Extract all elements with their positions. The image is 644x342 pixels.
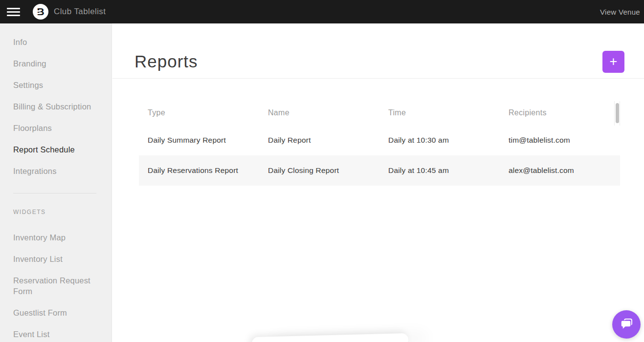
- sidebar-item-inventory-list[interactable]: Inventory List: [0, 248, 111, 270]
- table-scrollbar[interactable]: [614, 101, 620, 126]
- sidebar-item-floorplans[interactable]: Floorplans: [0, 117, 111, 139]
- menu-icon[interactable]: [7, 8, 20, 16]
- cell-time: Daily at 10:30 am: [379, 136, 500, 145]
- table-row[interactable]: Daily Summary Report Daily Report Daily …: [139, 125, 620, 155]
- sidebar-item-billing-subscription[interactable]: Billing & Subscription: [0, 96, 111, 117]
- view-venue-link[interactable]: View Venue: [600, 8, 640, 16]
- column-header-recipients: Recipients: [500, 108, 620, 117]
- sidebar-item-reservation-request-form[interactable]: Reservation Request Form: [0, 270, 111, 302]
- venue-title: Club Tablelist: [54, 7, 106, 17]
- chat-bubbles-icon: [619, 318, 634, 331]
- tablelist-logo-icon: B: [33, 4, 48, 20]
- sidebar-item-integrations[interactable]: Integrations: [0, 160, 111, 182]
- widgets-section-label: WIDGETS: [13, 209, 111, 215]
- cell-name: Daily Report: [259, 136, 379, 145]
- sidebar-item-report-schedule[interactable]: Report Schedule: [0, 139, 111, 160]
- cell-type: Daily Summary Report: [139, 136, 259, 145]
- sidebar-nav: Info Branding Settings Billing & Subscri…: [0, 31, 111, 182]
- page-title: Reports: [134, 52, 198, 71]
- column-header-name: Name: [259, 108, 379, 117]
- app-window: B Club Tablelist View Venue Info Brandin…: [0, 0, 644, 342]
- scrollbar-thumb[interactable]: [616, 103, 619, 123]
- sidebar-item-event-list[interactable]: Event List: [0, 323, 111, 342]
- plus-icon: +: [610, 55, 618, 68]
- table-row[interactable]: Daily Reservations Report Daily Closing …: [139, 155, 620, 186]
- sidebar-item-settings[interactable]: Settings: [0, 74, 111, 96]
- cell-name: Daily Closing Report: [259, 166, 379, 175]
- topbar: B Club Tablelist View Venue: [0, 0, 644, 23]
- sidebar-item-inventory-map[interactable]: Inventory Map: [0, 227, 111, 248]
- reports-table: Type Name Time Recipients Daily Summary …: [139, 100, 620, 186]
- cell-recipients: alex@tablelist.com: [500, 166, 620, 175]
- table-header-row: Type Name Time Recipients: [139, 100, 620, 125]
- sidebar: Info Branding Settings Billing & Subscri…: [0, 23, 112, 342]
- column-header-time: Time: [379, 108, 500, 117]
- sidebar-item-branding[interactable]: Branding: [0, 53, 111, 74]
- widgets-nav: Inventory Map Inventory List Reservation…: [0, 227, 111, 342]
- sidebar-divider: [13, 193, 96, 193]
- sidebar-item-guestlist-form[interactable]: Guestlist Form: [0, 302, 111, 323]
- add-report-button[interactable]: +: [602, 51, 624, 73]
- page-header: Reports +: [112, 23, 644, 79]
- cell-type: Daily Reservations Report: [139, 166, 259, 175]
- chat-widget-button[interactable]: [612, 310, 641, 339]
- column-header-type: Type: [139, 108, 259, 117]
- sidebar-item-info[interactable]: Info: [0, 31, 111, 53]
- cell-time: Daily at 10:45 am: [379, 166, 500, 175]
- cell-recipients: tim@tablelist.com: [500, 136, 620, 145]
- logo-letter: B: [37, 6, 44, 18]
- main-content: Reports + Type Name Time Recipients Dail…: [112, 23, 644, 342]
